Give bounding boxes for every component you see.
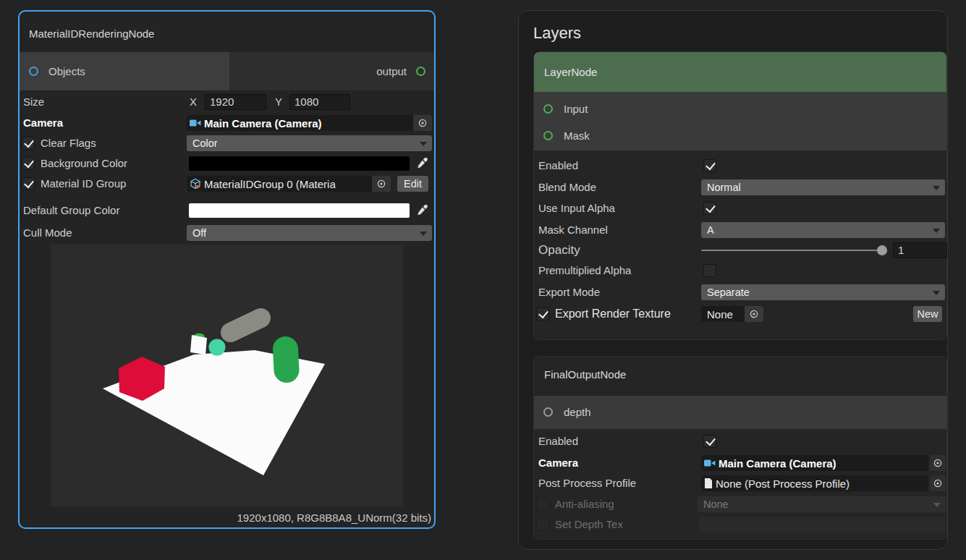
- output-port-label: output: [376, 52, 407, 90]
- export-render-texture-picker[interactable]: [745, 306, 763, 322]
- layer-node-ports: Input Mask: [534, 92, 946, 150]
- set-depth-tex-row: Set Depth Tex: [534, 516, 946, 533]
- anti-aliasing-checkbox[interactable]: [536, 498, 549, 511]
- camera-icon: [704, 459, 716, 467]
- use-input-alpha-row: Use Input Alpha: [534, 200, 946, 217]
- material-id-rendering-node[interactable]: MaterialIDRenderingNode Objects output S…: [18, 10, 436, 529]
- objects-port-section: Objects: [20, 52, 229, 90]
- background-color-checkbox[interactable]: [22, 157, 35, 170]
- enabled-row: Enabled: [534, 157, 946, 174]
- post-process-profile-row: Post Process Profile None (Post Process …: [534, 475, 946, 492]
- camera-object-picker[interactable]: [413, 115, 432, 131]
- cull-mode-dropdown[interactable]: Off: [187, 225, 432, 241]
- size-y-field[interactable]: 1080: [289, 94, 350, 110]
- set-depth-tex-checkbox[interactable]: [536, 518, 549, 531]
- export-render-texture-checkbox[interactable]: [536, 307, 549, 321]
- premultiplied-alpha-checkbox[interactable]: [703, 264, 716, 277]
- mask-port[interactable]: [543, 131, 553, 140]
- material-id-group-row: Material ID Group MaterialIDGroup 0 (Mat…: [20, 175, 434, 192]
- blend-mode-dropdown[interactable]: Normal: [701, 179, 945, 195]
- material-id-group-checkbox[interactable]: [22, 177, 35, 190]
- eyedropper-icon[interactable]: [417, 204, 428, 216]
- fon-camera-value: Main Camera (Camera): [719, 457, 836, 470]
- node-title: MaterialIDRenderingNode: [29, 27, 154, 40]
- depth-port-label: depth: [564, 404, 591, 421]
- use-input-alpha-checkbox[interactable]: [703, 202, 716, 215]
- size-y-label: Y: [275, 93, 282, 111]
- anti-aliasing-row: Anti-aliasing None: [534, 496, 946, 513]
- size-x-label: X: [190, 93, 197, 111]
- export-mode-dropdown[interactable]: Separate: [701, 284, 945, 300]
- use-input-alpha-label: Use Input Alpha: [538, 200, 615, 217]
- post-process-profile-field[interactable]: None (Post Process Profile): [701, 475, 928, 491]
- mask-channel-dropdown[interactable]: A: [701, 222, 945, 238]
- export-mode-label: Export Mode: [538, 284, 600, 301]
- document-icon: [704, 478, 713, 488]
- layers-panel: Layers LayerNode Input Mask Enabled Blen…: [518, 10, 948, 550]
- layer-node-header[interactable]: LayerNode: [534, 52, 946, 92]
- layer-node-card[interactable]: LayerNode Input Mask Enabled Blend Mode …: [533, 51, 947, 340]
- default-group-color-label: Default Group Color: [23, 202, 119, 219]
- opacity-value-field[interactable]: 1: [893, 242, 947, 258]
- premultiplied-alpha-label: Premultiplied Alpha: [538, 262, 631, 279]
- camera-object-field[interactable]: Main Camera (Camera): [187, 115, 432, 131]
- edit-button[interactable]: Edit: [397, 176, 428, 192]
- fon-camera-label: Camera: [538, 454, 578, 472]
- clear-flags-dropdown[interactable]: Color: [187, 135, 432, 151]
- opacity-slider-track[interactable]: [701, 250, 887, 251]
- set-depth-tex-field: [699, 517, 946, 533]
- depth-port[interactable]: [543, 407, 553, 417]
- white-cube-shape: [190, 335, 207, 355]
- teal-sphere-shape: [209, 339, 226, 356]
- input-port[interactable]: [543, 104, 553, 114]
- opacity-slider[interactable]: [701, 242, 887, 259]
- opacity-slider-knob[interactable]: [877, 245, 887, 255]
- background-color-swatch[interactable]: [189, 156, 410, 171]
- enabled-checkbox[interactable]: [703, 159, 716, 172]
- cull-mode-label: Cull Mode: [23, 224, 72, 242]
- node-port-row: Objects output: [20, 52, 434, 90]
- clear-flags-row: Clear Flags Color: [20, 135, 434, 152]
- size-label: Size: [23, 93, 44, 111]
- objects-input-port[interactable]: [29, 67, 38, 76]
- export-render-texture-value: None: [707, 308, 733, 321]
- size-x-field[interactable]: 1920: [205, 94, 266, 110]
- fon-camera-field[interactable]: Main Camera (Camera): [701, 455, 928, 471]
- green-capsule-shape: [286, 349, 287, 370]
- new-button[interactable]: New: [913, 306, 942, 322]
- fon-camera-row: Camera Main Camera (Camera): [534, 454, 946, 472]
- export-render-texture-field[interactable]: None: [701, 306, 763, 322]
- background-color-row: Background Color: [20, 155, 434, 172]
- material-id-group-label: Material ID Group: [41, 175, 126, 192]
- fon-enabled-checkbox[interactable]: [703, 435, 716, 448]
- post-process-profile-picker[interactable]: [930, 475, 946, 491]
- final-output-node-header[interactable]: FinalOutputNode: [534, 357, 946, 393]
- object-picker-icon: [376, 179, 386, 189]
- mask-channel-row: Mask Channel A: [534, 221, 946, 239]
- anti-aliasing-dropdown[interactable]: None: [698, 496, 946, 512]
- export-mode-row: Export Mode Separate: [534, 284, 946, 301]
- object-picker-icon: [933, 458, 943, 468]
- input-port-label: Input: [564, 101, 588, 118]
- object-picker-icon: [418, 118, 428, 128]
- cull-mode-row: Cull Mode Off: [20, 224, 434, 242]
- default-group-color-swatch[interactable]: [189, 203, 410, 218]
- size-row: Size X 1920 Y 1080: [20, 93, 434, 111]
- fon-camera-picker[interactable]: [930, 455, 946, 471]
- object-picker-icon: [749, 309, 759, 319]
- premultiplied-alpha-row: Premultiplied Alpha: [534, 262, 946, 279]
- fon-enabled-label: Enabled: [538, 433, 578, 450]
- material-id-group-field[interactable]: MaterialIDGroup 0 (Materia: [187, 176, 391, 192]
- eyedropper-icon[interactable]: [417, 157, 428, 169]
- final-output-node-ports: depth: [534, 396, 946, 429]
- final-output-node-title: FinalOutputNode: [544, 357, 626, 393]
- final-output-node-card[interactable]: FinalOutputNode depth Enabled Camera Mai…: [533, 356, 947, 540]
- camera-label: Camera: [23, 114, 63, 132]
- set-depth-tex-label: Set Depth Tex: [555, 516, 623, 533]
- material-id-group-picker[interactable]: [372, 176, 391, 192]
- post-process-profile-label: Post Process Profile: [538, 475, 636, 492]
- clear-flags-checkbox[interactable]: [22, 137, 35, 150]
- output-port[interactable]: [416, 67, 425, 76]
- camera-row: Camera Main Camera (Camera): [20, 114, 434, 132]
- preview-caption: 1920x1080, R8G8B8A8_UNorm(32 bits): [237, 509, 431, 527]
